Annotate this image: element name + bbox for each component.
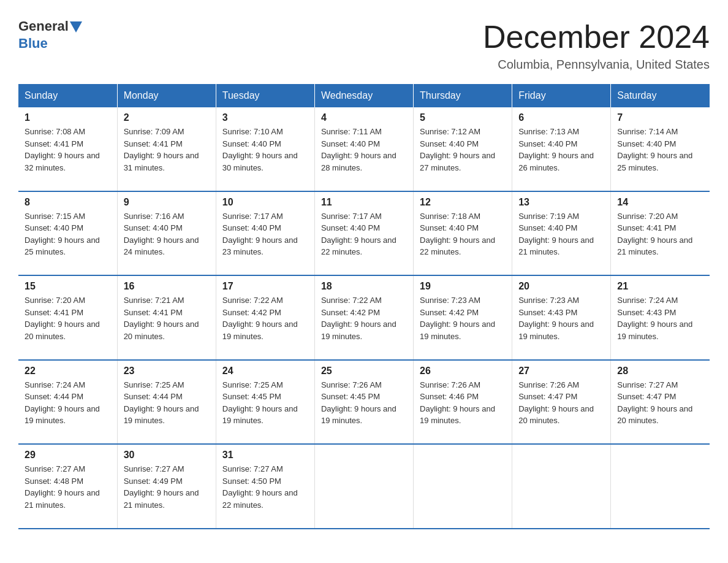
header-cell-wednesday: Wednesday	[314, 84, 413, 107]
day-number: 13	[518, 197, 604, 208]
day-info: Sunrise: 7:08 AM Sunset: 4:41 PM Dayligh…	[25, 126, 111, 186]
day-info: Sunrise: 7:19 AM Sunset: 4:40 PM Dayligh…	[518, 210, 604, 270]
day-number: 30	[124, 450, 210, 461]
day-cell: 19 Sunrise: 7:23 AM Sunset: 4:42 PM Dayl…	[414, 275, 512, 360]
header-cell-thursday: Thursday	[414, 84, 512, 107]
day-cell	[512, 444, 611, 529]
day-number: 11	[321, 197, 407, 208]
location-title: Columbia, Pennsylvania, United States	[483, 58, 710, 72]
day-number: 1	[25, 112, 111, 123]
day-number: 4	[321, 112, 407, 123]
week-row-5: 29 Sunrise: 7:27 AM Sunset: 4:48 PM Dayl…	[18, 444, 710, 529]
day-number: 2	[124, 112, 210, 123]
day-cell: 20 Sunrise: 7:23 AM Sunset: 4:43 PM Dayl…	[512, 275, 611, 360]
day-cell: 11 Sunrise: 7:17 AM Sunset: 4:40 PM Dayl…	[314, 191, 413, 276]
day-cell: 9 Sunrise: 7:16 AM Sunset: 4:40 PM Dayli…	[117, 191, 216, 276]
day-number: 31	[222, 450, 308, 461]
day-number: 5	[420, 112, 506, 123]
day-info: Sunrise: 7:14 AM Sunset: 4:40 PM Dayligh…	[617, 126, 703, 186]
day-number: 21	[617, 281, 703, 292]
day-info: Sunrise: 7:09 AM Sunset: 4:41 PM Dayligh…	[124, 126, 210, 186]
day-info: Sunrise: 7:16 AM Sunset: 4:40 PM Dayligh…	[124, 210, 210, 270]
week-row-4: 22 Sunrise: 7:24 AM Sunset: 4:44 PM Dayl…	[18, 360, 710, 445]
day-info: Sunrise: 7:25 AM Sunset: 4:45 PM Dayligh…	[222, 379, 308, 439]
day-cell: 29 Sunrise: 7:27 AM Sunset: 4:48 PM Dayl…	[18, 444, 117, 529]
day-number: 6	[518, 112, 604, 123]
header-cell-sunday: Sunday	[18, 84, 117, 107]
day-cell: 2 Sunrise: 7:09 AM Sunset: 4:41 PM Dayli…	[117, 107, 216, 191]
day-info: Sunrise: 7:27 AM Sunset: 4:47 PM Dayligh…	[617, 379, 703, 439]
day-cell: 25 Sunrise: 7:26 AM Sunset: 4:45 PM Dayl…	[314, 360, 413, 445]
day-number: 29	[25, 450, 111, 461]
day-cell: 28 Sunrise: 7:27 AM Sunset: 4:47 PM Dayl…	[611, 360, 710, 445]
month-title: December 2024	[483, 18, 710, 55]
header-cell-tuesday: Tuesday	[216, 84, 314, 107]
day-number: 17	[222, 281, 308, 292]
day-cell: 21 Sunrise: 7:24 AM Sunset: 4:43 PM Dayl…	[611, 275, 710, 360]
day-cell	[414, 444, 512, 529]
day-cell: 30 Sunrise: 7:27 AM Sunset: 4:49 PM Dayl…	[117, 444, 216, 529]
day-info: Sunrise: 7:21 AM Sunset: 4:41 PM Dayligh…	[124, 294, 210, 354]
day-info: Sunrise: 7:12 AM Sunset: 4:40 PM Dayligh…	[420, 126, 506, 186]
day-info: Sunrise: 7:24 AM Sunset: 4:43 PM Dayligh…	[617, 294, 703, 354]
day-cell: 10 Sunrise: 7:17 AM Sunset: 4:40 PM Dayl…	[216, 191, 314, 276]
week-row-3: 15 Sunrise: 7:20 AM Sunset: 4:41 PM Dayl…	[18, 275, 710, 360]
day-number: 18	[321, 281, 407, 292]
header: General Blue December 2024 Columbia, Pen…	[18, 18, 710, 72]
day-info: Sunrise: 7:27 AM Sunset: 4:50 PM Dayligh…	[222, 463, 308, 523]
day-info: Sunrise: 7:23 AM Sunset: 4:43 PM Dayligh…	[518, 294, 604, 354]
day-cell: 26 Sunrise: 7:26 AM Sunset: 4:46 PM Dayl…	[414, 360, 512, 445]
logo: General Blue	[18, 18, 82, 52]
day-cell: 27 Sunrise: 7:26 AM Sunset: 4:47 PM Dayl…	[512, 360, 611, 445]
day-info: Sunrise: 7:24 AM Sunset: 4:44 PM Dayligh…	[25, 379, 111, 439]
day-number: 12	[420, 197, 506, 208]
day-number: 9	[124, 197, 210, 208]
logo-general-text: General	[18, 18, 69, 34]
calendar-header-row: SundayMondayTuesdayWednesdayThursdayFrid…	[18, 84, 710, 107]
day-info: Sunrise: 7:10 AM Sunset: 4:40 PM Dayligh…	[222, 126, 308, 186]
day-number: 3	[222, 112, 308, 123]
week-row-1: 1 Sunrise: 7:08 AM Sunset: 4:41 PM Dayli…	[18, 107, 710, 191]
day-number: 27	[518, 366, 604, 377]
header-cell-friday: Friday	[512, 84, 611, 107]
day-info: Sunrise: 7:26 AM Sunset: 4:45 PM Dayligh…	[321, 379, 407, 439]
day-info: Sunrise: 7:17 AM Sunset: 4:40 PM Dayligh…	[321, 210, 407, 270]
day-info: Sunrise: 7:25 AM Sunset: 4:44 PM Dayligh…	[124, 379, 210, 439]
day-number: 22	[25, 366, 111, 377]
day-cell: 3 Sunrise: 7:10 AM Sunset: 4:40 PM Dayli…	[216, 107, 314, 191]
logo-arrow-icon	[70, 21, 82, 33]
calendar-table: SundayMondayTuesdayWednesdayThursdayFrid…	[18, 84, 710, 529]
day-number: 8	[25, 197, 111, 208]
day-number: 19	[420, 281, 506, 292]
day-cell: 18 Sunrise: 7:22 AM Sunset: 4:42 PM Dayl…	[314, 275, 413, 360]
logo-blue-text: Blue	[18, 36, 48, 52]
day-number: 7	[617, 112, 703, 123]
day-number: 10	[222, 197, 308, 208]
day-number: 20	[518, 281, 604, 292]
day-number: 15	[25, 281, 111, 292]
day-info: Sunrise: 7:17 AM Sunset: 4:40 PM Dayligh…	[222, 210, 308, 270]
day-cell: 16 Sunrise: 7:21 AM Sunset: 4:41 PM Dayl…	[117, 275, 216, 360]
day-cell: 8 Sunrise: 7:15 AM Sunset: 4:40 PM Dayli…	[18, 191, 117, 276]
day-info: Sunrise: 7:13 AM Sunset: 4:40 PM Dayligh…	[518, 126, 604, 186]
day-info: Sunrise: 7:20 AM Sunset: 4:41 PM Dayligh…	[617, 210, 703, 270]
day-info: Sunrise: 7:15 AM Sunset: 4:40 PM Dayligh…	[25, 210, 111, 270]
day-info: Sunrise: 7:23 AM Sunset: 4:42 PM Dayligh…	[420, 294, 506, 354]
day-cell	[611, 444, 710, 529]
week-row-2: 8 Sunrise: 7:15 AM Sunset: 4:40 PM Dayli…	[18, 191, 710, 276]
header-cell-saturday: Saturday	[611, 84, 710, 107]
day-number: 28	[617, 366, 703, 377]
day-cell: 24 Sunrise: 7:25 AM Sunset: 4:45 PM Dayl…	[216, 360, 314, 445]
day-info: Sunrise: 7:27 AM Sunset: 4:48 PM Dayligh…	[25, 463, 111, 523]
day-cell: 4 Sunrise: 7:11 AM Sunset: 4:40 PM Dayli…	[314, 107, 413, 191]
day-info: Sunrise: 7:26 AM Sunset: 4:46 PM Dayligh…	[420, 379, 506, 439]
day-info: Sunrise: 7:26 AM Sunset: 4:47 PM Dayligh…	[518, 379, 604, 439]
day-cell: 15 Sunrise: 7:20 AM Sunset: 4:41 PM Dayl…	[18, 275, 117, 360]
day-number: 26	[420, 366, 506, 377]
day-cell	[314, 444, 413, 529]
day-info: Sunrise: 7:22 AM Sunset: 4:42 PM Dayligh…	[321, 294, 407, 354]
day-cell: 6 Sunrise: 7:13 AM Sunset: 4:40 PM Dayli…	[512, 107, 611, 191]
title-area: December 2024 Columbia, Pennsylvania, Un…	[483, 18, 710, 72]
day-cell: 22 Sunrise: 7:24 AM Sunset: 4:44 PM Dayl…	[18, 360, 117, 445]
day-cell: 13 Sunrise: 7:19 AM Sunset: 4:40 PM Dayl…	[512, 191, 611, 276]
